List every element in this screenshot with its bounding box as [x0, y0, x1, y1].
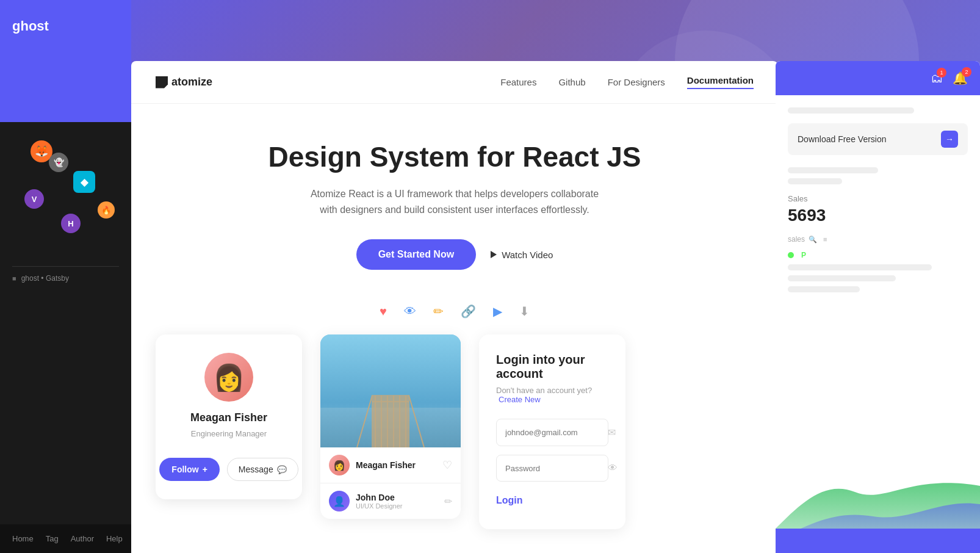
get-started-button[interactable]: Get Started Now [356, 239, 476, 270]
nav-github[interactable]: Github [558, 77, 585, 87]
photo-card-avatar2: 👤 [329, 491, 350, 511]
left-panel-top: ghost [0, 0, 131, 122]
notification-icon-2[interactable]: 🔔 2 [953, 71, 968, 85]
profile-card: 👩 Meagan Fisher Engineering Manager Foll… [156, 334, 302, 499]
notification-icon-1[interactable]: 🗂 1 [931, 71, 943, 85]
gray-bar-3 [788, 178, 842, 184]
sales-number: 5693 [788, 206, 968, 225]
photo-card-user1: 👩 Meagan Fisher ♡ [320, 447, 461, 483]
download-tool-icon[interactable]: ⬇ [519, 304, 530, 319]
hero-section: Design System for React JS Atomize React… [131, 104, 778, 294]
heart-tool-icon[interactable]: ♥ [380, 305, 387, 319]
avatar-emoji: 👩 [213, 363, 245, 392]
right-panel-content: Download Free Version → Sales 5693 sales… [776, 95, 980, 455]
logo-text: atomize [171, 76, 212, 89]
nav-tag[interactable]: Tag [46, 534, 59, 543]
profile-name: Meagan Fisher [190, 411, 267, 424]
login-card: Login into your account Don't have an ac… [479, 334, 625, 529]
cards-row: 👩 Meagan Fisher Engineering Manager Foll… [131, 328, 778, 535]
nav-help[interactable]: Help [106, 534, 123, 543]
live-label: P [801, 251, 806, 259]
follow-label: Follow [171, 464, 198, 474]
icons-toolbar: ♥ 👁 ✏ 🔗 ▶ ⬇ [131, 294, 778, 328]
photo-card: 👩 Meagan Fisher ♡ 👤 John Doe UI/UX Desig… [320, 334, 461, 519]
vuetify-icon: V [24, 189, 44, 209]
left-panel-content: 🦊 ◆ 👻 V H 🔥 ■ ghost • Gatsby [0, 122, 131, 553]
right-bottom-bar [776, 529, 980, 553]
left-panel: ghost 🦊 ◆ 👻 V H 🔥 ■ ghost • Gatsby [0, 0, 131, 553]
create-new-link[interactable]: Create New [499, 395, 541, 404]
filter-text: ≡ [823, 236, 827, 243]
navbar-logo: atomize [156, 76, 212, 89]
profile-avatar: 👩 [204, 353, 253, 402]
badge-1: 1 [937, 68, 946, 78]
follow-plus: + [203, 464, 207, 474]
photo-card-name2: John Doe [356, 493, 402, 502]
diamond-icon: ◆ [73, 171, 95, 193]
gray-bar-5 [788, 275, 896, 281]
photo-card-role2: UI/UX Designer [356, 502, 402, 510]
svg-rect-2 [372, 396, 409, 447]
eye-tool-icon[interactable]: 👁 [404, 305, 416, 319]
message-label: Message [239, 464, 273, 474]
nav-author[interactable]: Author [71, 534, 94, 543]
email-input-wrap: ✉ [496, 419, 608, 446]
nav-documentation[interactable]: Documentation [687, 75, 754, 89]
watch-label: Watch Video [502, 250, 553, 260]
logo-icon [156, 76, 168, 89]
pencil-tool-icon[interactable]: ✏ [433, 304, 444, 319]
photo-card-name1: Meagan Fisher [356, 460, 416, 470]
hashicorp-icon: H [61, 214, 81, 233]
edit-icon[interactable]: ✏ [444, 496, 452, 507]
play-tool-icon[interactable]: ▶ [493, 304, 502, 319]
photo-card-user2: 👤 John Doe UI/UX Designer ✏ [320, 483, 461, 519]
play-icon [491, 251, 497, 258]
nav-features[interactable]: Features [500, 77, 536, 87]
email-icon: ✉ [608, 427, 616, 438]
hero-buttons: Get Started Now Watch Video [156, 239, 754, 270]
photo-heart-icon[interactable]: ♡ [442, 458, 452, 472]
live-row: P [788, 251, 968, 259]
profile-buttons: Follow + Message 💬 [159, 458, 298, 481]
link-tool-icon[interactable]: 🔗 [461, 304, 476, 319]
email-input[interactable] [505, 428, 608, 437]
profile-role: Engineering Manager [191, 429, 267, 438]
download-button[interactable]: Download Free Version → [788, 123, 968, 155]
nav-designers[interactable]: For Designers [608, 77, 665, 87]
eye-icon: 👁 [608, 463, 618, 474]
photo-card-avatar1: 👩 [329, 455, 350, 475]
badge-2: 2 [962, 67, 971, 77]
navbar: atomize Features Github For Designers Do… [131, 61, 778, 104]
login-subtitle: Don't have an account yet? Create New [496, 386, 608, 404]
password-input[interactable] [505, 464, 608, 473]
nav-home[interactable]: Home [12, 534, 34, 543]
sales-section: Sales 5693 [788, 194, 968, 225]
sales-label: Sales [788, 194, 968, 203]
bottom-nav: Home Tag Author Help [0, 524, 131, 553]
ghost-logo: ghost [12, 18, 49, 34]
message-icon: 💬 [277, 465, 287, 474]
photo-card-info2: John Doe UI/UX Designer [356, 493, 402, 510]
message-button[interactable]: Message 💬 [227, 458, 298, 481]
ghost-small-icon: 👻 [49, 153, 68, 172]
ghost-info: ■ ghost • Gatsby [12, 266, 119, 283]
download-label: Download Free Version [798, 134, 887, 144]
gray-bar-1 [788, 107, 914, 114]
ghost-gatsby-label: ghost • Gatsby [21, 274, 69, 283]
fire-icon: 🔥 [98, 201, 115, 219]
login-button[interactable]: Login [496, 490, 523, 511]
gray-bar-6 [788, 286, 860, 292]
right-top-bar: 🗂 1 🔔 2 [776, 61, 980, 95]
login-title: Login into your account [496, 353, 608, 381]
hero-title: Design System for React JS [156, 140, 754, 174]
main-content: atomize Features Github For Designers Do… [131, 61, 778, 553]
photo-card-image [320, 334, 461, 447]
follow-button[interactable]: Follow + [159, 458, 220, 481]
watch-video-button[interactable]: Watch Video [491, 250, 553, 260]
search-icon-sm: 🔍 [809, 236, 817, 244]
navbar-links: Features Github For Designers Documentat… [500, 75, 754, 89]
password-input-wrap: 👁 [496, 455, 608, 482]
gray-bar-4 [788, 264, 932, 270]
sales-sub-label: sales [788, 235, 805, 244]
right-panel: 🗂 1 🔔 2 Download Free Version → Sales 56… [776, 61, 980, 553]
